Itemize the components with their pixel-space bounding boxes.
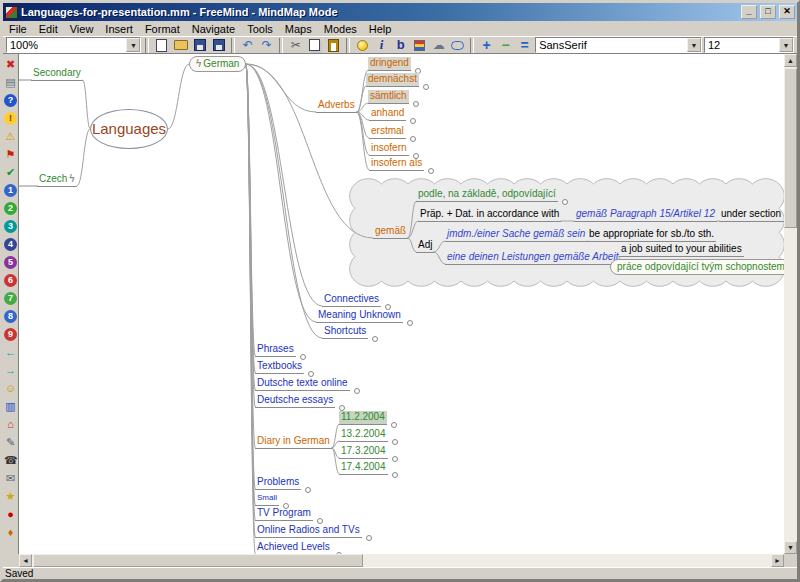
mindmap-node-gemaess[interactable]: gemäß [373,225,408,239]
mindmap-node-saemtlich[interactable]: sämtlich [368,90,409,104]
book-icon[interactable]: ▥ [4,400,17,413]
mindmap-node-praep[interactable]: Präp. + Dat. in accordance with [418,208,561,222]
mindmap-node-gparagraph[interactable]: gemäß Paragraph 15/Artikel 12 [574,208,717,222]
number-5-icon[interactable]: 5 [4,256,17,269]
mindmap-node-languages[interactable]: Languages [90,109,168,149]
mindmap-node-erstmal[interactable]: erstmal [369,125,406,139]
fold-circle-icon[interactable] [423,84,429,90]
chevron-down-icon[interactable]: ▼ [779,38,793,52]
ok-icon[interactable]: ✔ [4,166,17,179]
mindmap-node-adverbs[interactable]: Adverbs [316,99,357,113]
forward-icon[interactable]: → [4,364,17,377]
idea-icon[interactable]: ! [4,112,17,125]
stop-icon[interactable]: ● [4,508,17,521]
bookmark-icon[interactable]: ♦ [4,526,17,539]
mindmap-node-czech[interactable]: Czechϟ [37,173,77,187]
number-2-icon[interactable]: 2 [4,202,17,215]
fold-circle-icon[interactable] [562,199,568,205]
save-as-icon[interactable] [210,37,227,53]
format-icon[interactable] [411,37,428,53]
menu-view[interactable]: View [64,23,100,35]
scroll-right-button[interactable]: ► [771,554,784,567]
fold-circle-icon[interactable] [392,439,398,445]
mindmap-node-deutsche[interactable]: Deutsche essays [255,394,335,408]
new-icon[interactable] [153,37,170,53]
mindmap-node-connectives[interactable]: Connectives [322,293,381,307]
mindmap-node-meaning[interactable]: Meaning Unknown [316,309,403,323]
number-8-icon[interactable]: 8 [4,310,17,323]
font-size-combobox[interactable]: 12 ▼ [704,37,794,53]
mindmap-node-phrases[interactable]: Phrases [255,343,296,357]
mindmap-node-insofern[interactable]: insofern [369,142,409,156]
scroll-up-button[interactable]: ▲ [784,54,797,67]
save-icon[interactable] [191,37,208,53]
mindmap-node-insofernals[interactable]: insofern als [369,157,424,171]
equals-icon[interactable]: = [516,37,533,53]
fold-circle-icon[interactable] [392,456,398,462]
mindmap-node-jmdm[interactable]: jmdm./einer Sache gemäß sein [445,228,587,242]
mindmap-node-small[interactable]: Small [255,492,279,506]
bold-icon[interactable]: b [392,37,409,53]
mindmap-node-eine[interactable]: eine deinen Leistungen gemäße Arbeit [445,251,620,265]
mindmap-node-dringend[interactable]: dringend [368,57,411,71]
fold-circle-icon[interactable] [410,136,416,142]
mindmap-canvas[interactable]: SecondaryLanguagesCzechϟϟGermanAdverbsdr… [19,54,784,554]
mindmap-node-secondary[interactable]: Secondary [31,67,83,81]
paste-icon[interactable] [325,37,342,53]
number-9-icon[interactable]: 9 [4,328,17,341]
pencil-icon[interactable]: ✎ [4,436,17,449]
number-4-icon[interactable]: 4 [4,238,17,251]
back-icon[interactable]: ← [4,346,17,359]
fold-circle-icon[interactable] [366,535,372,541]
fold-circle-icon[interactable] [354,388,360,394]
mindmap-node-demnaechst[interactable]: demnächst [366,73,419,87]
mindmap-node-d2[interactable]: 13.2.2004 [339,428,388,442]
vertical-scrollbar[interactable]: ▲ ▼ [784,54,797,554]
phone-icon[interactable]: ☎ [4,454,17,467]
idea-icon[interactable] [354,37,371,53]
home-icon[interactable]: ⌂ [4,418,17,431]
italic-icon[interactable]: i [373,37,390,53]
bubble-icon[interactable] [449,37,466,53]
mindmap-node-undersection[interactable]: under section 15/article 12 [719,208,784,222]
copy-icon[interactable] [306,37,323,53]
warning-icon[interactable]: ⚠ [4,130,17,143]
zoom-combobox[interactable]: 100% ▼ [6,37,141,53]
mindmap-node-anhand[interactable]: anhand [369,107,406,121]
help-icon[interactable]: ? [4,94,17,107]
mindmap-node-d1[interactable]: 11.2.2004 [339,411,387,425]
plus-icon[interactable]: + [478,37,495,53]
minus-icon[interactable]: − [497,37,514,53]
minimize-button[interactable]: _ [741,5,757,19]
fold-circle-icon[interactable] [413,101,419,107]
mindmap-node-ajob[interactable]: a job suited to your abilities [619,243,744,257]
mindmap-node-textbooks[interactable]: Textbooks [255,360,304,374]
mail-icon[interactable]: ✉ [4,472,17,485]
cloud-icon[interactable]: ☁ [430,37,447,53]
mindmap-node-shortcuts[interactable]: Shortcuts [322,325,368,339]
menu-navigate[interactable]: Navigate [186,23,241,35]
horizontal-scroll-thumb[interactable] [33,554,363,567]
fold-circle-icon[interactable] [391,422,397,428]
menu-file[interactable]: File [3,23,33,35]
notes-icon[interactable]: ▤ [4,76,17,89]
menu-modes[interactable]: Modes [318,23,363,35]
cut-icon[interactable]: ✂ [287,37,304,53]
flag-icon[interactable]: ⚑ [4,148,17,161]
mindmap-node-achieved[interactable]: Achieved Levels [255,541,332,554]
number-7-icon[interactable]: 7 [4,292,17,305]
chevron-down-icon[interactable]: ▼ [687,38,701,52]
scroll-left-button[interactable]: ◄ [19,554,32,567]
menu-help[interactable]: Help [363,23,398,35]
close-button[interactable]: ✕ [779,5,795,19]
chevron-down-icon[interactable]: ▼ [126,38,140,52]
mindmap-node-prace[interactable]: práce odpovídající tvým schopnostem [610,259,784,275]
star-icon[interactable]: ★ [4,490,17,503]
mindmap-node-diary[interactable]: Diary in German [255,435,332,449]
maximize-button[interactable]: □ [760,5,776,19]
mindmap-node-d3[interactable]: 17.3.2004 [339,445,388,459]
menu-insert[interactable]: Insert [99,23,139,35]
mindmap-node-problems[interactable]: Problems [255,476,301,490]
menu-format[interactable]: Format [139,23,186,35]
vertical-scroll-thumb[interactable] [784,68,797,228]
